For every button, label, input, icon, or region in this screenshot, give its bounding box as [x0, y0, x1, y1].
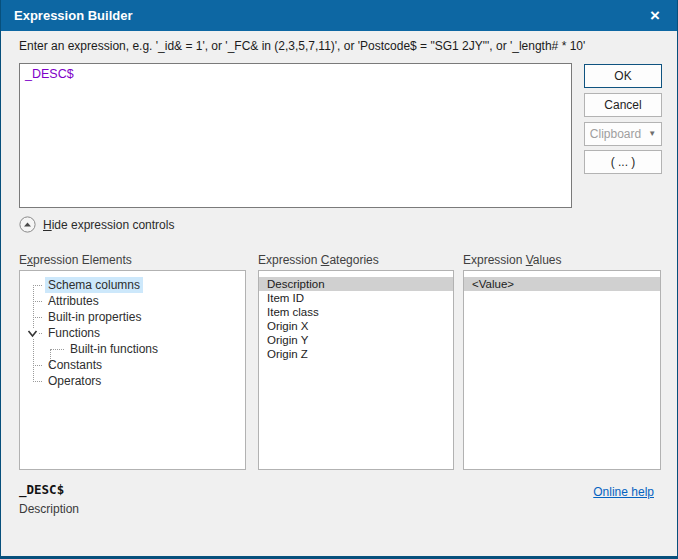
- chevron-down-icon: ▼: [648, 130, 656, 138]
- clipboard-button: Clipboard ▼: [584, 122, 662, 146]
- elements-tree: Schema columns Attributes Built-in prope…: [20, 271, 245, 389]
- tree-item-built-in-properties[interactable]: Built-in properties: [20, 309, 245, 325]
- parentheses-button[interactable]: ( ... ): [584, 150, 662, 174]
- tree-item-built-in-functions[interactable]: Built-in functions: [20, 341, 245, 357]
- tree-item-operators[interactable]: Operators: [20, 373, 245, 389]
- expression-categories-label: Expression Categories: [258, 253, 379, 267]
- cancel-button[interactable]: Cancel: [584, 93, 662, 117]
- ok-button[interactable]: OK: [584, 64, 662, 88]
- hide-expression-controls-toggle[interactable]: Hide expression controls: [19, 216, 174, 233]
- dialog-title: Expression Builder: [14, 8, 132, 23]
- expression-categories-panel: Description Item ID Item class Origin X …: [258, 270, 454, 470]
- expression-input[interactable]: _DESC$: [19, 63, 572, 208]
- list-item-origin-y[interactable]: Origin Y: [259, 333, 453, 347]
- list-item-item-id[interactable]: Item ID: [259, 291, 453, 305]
- tree-item-schema-columns[interactable]: Schema columns: [20, 277, 245, 293]
- instruction-text: Enter an expression, e.g. '_id& = 1', or…: [19, 39, 663, 53]
- expression-values-label: Expression Values: [463, 253, 562, 267]
- list-item-origin-z[interactable]: Origin Z: [259, 347, 453, 361]
- close-icon: ×: [650, 7, 660, 24]
- collapse-up-icon: [19, 216, 36, 233]
- chevron-down-icon[interactable]: [27, 328, 38, 339]
- list-item-description[interactable]: Description: [259, 277, 453, 291]
- values-list: <Value>: [464, 271, 660, 291]
- expression-elements-panel: Schema columns Attributes Built-in prope…: [19, 270, 246, 470]
- selected-expression-description: Description: [19, 502, 79, 516]
- tree-item-attributes[interactable]: Attributes: [20, 293, 245, 309]
- online-help-link[interactable]: Online help: [593, 485, 654, 499]
- list-item-item-class[interactable]: Item class: [259, 305, 453, 319]
- expression-value: _DESC$: [25, 67, 74, 81]
- expression-elements-label: Expression Elements: [19, 253, 132, 267]
- hide-expression-controls-label: Hide expression controls: [43, 218, 174, 232]
- tree-item-functions[interactable]: Functions: [20, 325, 245, 341]
- tree-item-constants[interactable]: Constants: [20, 357, 245, 373]
- expression-values-panel: <Value>: [463, 270, 661, 470]
- list-item-value[interactable]: <Value>: [464, 277, 660, 291]
- expression-builder-dialog: Expression Builder × Enter an expression…: [0, 0, 678, 559]
- categories-list: Description Item ID Item class Origin X …: [259, 271, 453, 361]
- list-item-origin-x[interactable]: Origin X: [259, 319, 453, 333]
- close-button[interactable]: ×: [633, 0, 677, 31]
- clipboard-button-label: Clipboard: [590, 127, 641, 141]
- selected-expression-text: _DESC$: [19, 482, 64, 497]
- title-bar[interactable]: Expression Builder: [1, 0, 677, 31]
